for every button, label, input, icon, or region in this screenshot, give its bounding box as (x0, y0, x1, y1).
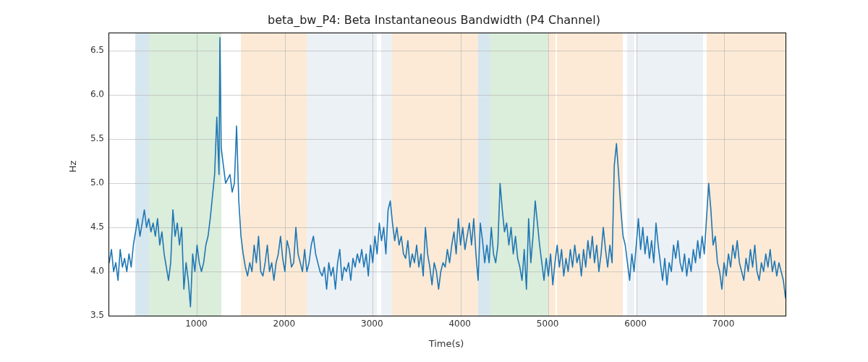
x-tick-label: 2000 (273, 319, 296, 329)
y-axis-label: Hz (67, 161, 78, 173)
line-series (109, 33, 786, 316)
x-tick-label: 3000 (361, 319, 383, 329)
chart-title: beta_bw_P4: Beta Instantaneous Bandwidth… (0, 13, 868, 27)
plot-axes (109, 33, 786, 316)
y-tick-label: 3.5 (75, 310, 104, 320)
y-tick-label: 5.0 (75, 177, 104, 188)
x-tick-label: 5000 (537, 319, 559, 329)
y-tick-label: 4.5 (75, 222, 104, 232)
x-tick-label: 7000 (712, 319, 735, 329)
y-tick-label: 4.0 (75, 266, 104, 276)
x-tick-label: 6000 (624, 319, 647, 329)
x-tick-label: 1000 (185, 319, 208, 329)
figure: beta_bw_P4: Beta Instantaneous Bandwidth… (0, 0, 868, 362)
x-axis-label: Time(s) (429, 338, 464, 349)
gridline-h (109, 316, 786, 316)
y-tick-label: 5.5 (75, 133, 104, 143)
series-path (109, 38, 786, 307)
y-tick-label: 6.5 (75, 45, 104, 55)
x-tick-label: 4000 (448, 319, 471, 329)
y-tick-label: 6.0 (75, 89, 104, 99)
